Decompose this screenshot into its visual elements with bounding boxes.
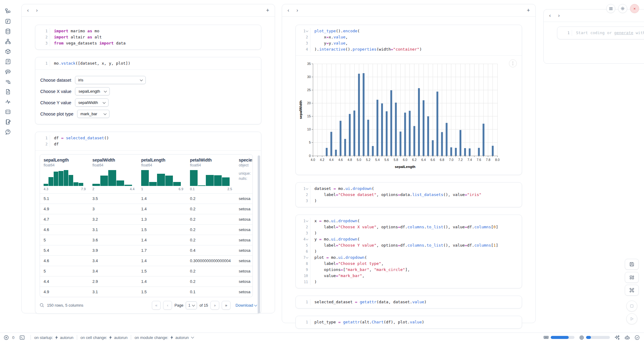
logs-icon[interactable] (5, 59, 11, 65)
code-editor[interactable]: 1x = mo.ui.dropdown(2 label="Choose X va… (296, 215, 522, 288)
table-row[interactable]: 4.42.91.40.2setosa (40, 276, 252, 287)
column-next-button[interactable]: › (296, 8, 298, 13)
stop-button[interactable] (626, 301, 637, 312)
column-header[interactable]: petalLengthfloat6416.9 (138, 158, 186, 191)
code-line[interactable]: 2df (35, 141, 257, 147)
chart-menu-button[interactable] (509, 59, 517, 67)
code-line[interactable]: 2 x=x.value, (296, 34, 517, 40)
terminal-icon[interactable] (20, 335, 25, 340)
page-select[interactable]: 1 (186, 301, 197, 309)
code-line[interactable]: 1selected_dataset = getattr(data, datase… (296, 299, 517, 305)
column-prev-button[interactable]: ‹ (288, 8, 289, 13)
ai-sparkle-icon[interactable] (614, 335, 620, 340)
table-row[interactable]: 53.61.40.2setosa (40, 235, 252, 245)
code-line[interactable]: 9 options=["mark_bar", "mark_circle"], (296, 267, 517, 273)
code-line[interactable]: 4).interactive().properties(width="conta… (296, 46, 517, 52)
code-line[interactable]: 3from vega_datasets import data (35, 40, 257, 46)
column-header[interactable]: speciesobjectunique:nulls: (235, 158, 252, 191)
code-line[interactable]: 1x = mo.ui.dropdown( (296, 218, 517, 224)
column-prev-button[interactable]: ‹ (549, 13, 551, 18)
code-editor[interactable]: 1selected_dataset = getattr(data, datase… (296, 296, 522, 308)
dropdown-select[interactable]: sepalWidth (75, 98, 109, 107)
table-row[interactable]: 4.63.11.50.2setosa (40, 224, 252, 235)
code-editor[interactable]: 1plot_type().encode(2 x=x.value,3 y=y.va… (296, 25, 522, 55)
table-row[interactable]: 4.63.41.40.30000000000000004setosa (40, 255, 252, 266)
code-line[interactable]: 1df = selected_dataset() (35, 135, 257, 141)
code-line[interactable]: 1plot_type().encode( (296, 28, 517, 34)
column-next-button[interactable]: › (558, 13, 560, 18)
variables-icon[interactable] (5, 18, 11, 24)
code-editor[interactable]: 1dataset = mo.ui.dropdown(2 label="Choos… (296, 183, 522, 207)
column-header[interactable]: petalWidthfloat640.12.5 (186, 158, 235, 191)
table-row[interactable]: 5.13.51.40.2setosa (40, 193, 252, 204)
search-icon[interactable] (40, 303, 44, 308)
copilot-robot-icon[interactable] (624, 335, 630, 340)
add-cell-button[interactable]: + (527, 8, 530, 13)
table-row[interactable]: 4.73.21.30.2setosa (40, 214, 252, 224)
errors-icon[interactable] (4, 335, 9, 340)
on-cell-change-mode[interactable]: on cell change: autorun (80, 335, 128, 340)
first-page-button[interactable]: « (152, 301, 161, 310)
column-next-button[interactable]: › (36, 8, 38, 13)
table-row[interactable]: 5.43.91.70.4setosa (40, 245, 252, 255)
dropdown-select[interactable]: iris (75, 76, 146, 84)
scratchpad-icon[interactable] (5, 119, 11, 125)
command-palette-button[interactable] (625, 285, 639, 296)
code-line[interactable]: 2 label="Choose X value", options=df.col… (296, 224, 517, 230)
code-line[interactable]: 7plot = mo.ui.dropdown( (296, 255, 517, 261)
on-startup-mode[interactable]: on startup: autorun (34, 335, 73, 340)
code-line[interactable]: 5 label="Choose Y value", options=df.col… (296, 242, 517, 248)
code-line[interactable]: 3) (296, 198, 517, 204)
documentation-icon[interactable] (5, 89, 11, 95)
settings-gear-button[interactable] (618, 4, 627, 13)
packages-icon[interactable] (5, 48, 11, 55)
snippets-icon[interactable] (5, 109, 11, 115)
cpu-usage-meter[interactable] (579, 335, 610, 340)
code-line[interactable]: 11) (296, 279, 517, 285)
code-line[interactable]: 4y = mo.ui.dropdown( (296, 236, 517, 242)
code-editor[interactable]: 1import marimo as mo2import altair as al… (35, 25, 261, 49)
code-line[interactable]: 10 value="mark_bar", (296, 273, 517, 279)
next-page-button[interactable]: › (210, 301, 219, 310)
code-line[interactable]: 3) (296, 230, 517, 236)
code-editor[interactable]: 1mo.vstack([dataset, x, y, plot]) (35, 57, 261, 69)
chart-output[interactable]: 4.04.24.44.64.85.05.25.45.65.86.06.26.46… (296, 55, 522, 175)
dependency-graph-icon[interactable] (5, 38, 11, 45)
code-line[interactable]: 1mo.vstack([dataset, x, y, plot]) (35, 60, 257, 66)
dropdown-select[interactable]: mark_bar (77, 110, 109, 118)
tracing-icon[interactable] (5, 99, 11, 105)
menu-button[interactable] (606, 4, 615, 13)
file-explorer-icon[interactable] (5, 8, 11, 14)
code-editor[interactable]: 1 Start coding or generate with AI (557, 27, 644, 39)
code-line[interactable]: 2 label="Choose dataset", options=data.l… (296, 192, 517, 198)
table-scrollbar[interactable] (258, 155, 260, 314)
code-line[interactable]: 6) (296, 248, 517, 255)
table-row[interactable]: 53.41.50.2setosa (40, 266, 252, 276)
column-header[interactable]: sepalWidthfloat6424.4 (89, 158, 138, 191)
table-row[interactable]: 4.931.40.2setosa (40, 204, 252, 214)
download-link[interactable]: Download (235, 303, 257, 308)
code-line[interactable]: 1plot_type = getattr(alt.Chart(df), plot… (296, 319, 517, 325)
column-header[interactable]: sepalLengthfloat644.37.9 (40, 158, 89, 191)
layout-grid-button[interactable] (625, 272, 639, 283)
code-line[interactable]: 3 y=y.value, (296, 40, 517, 46)
code-line[interactable]: 8 label="Choose plot type", (296, 261, 517, 267)
code-line[interactable]: 1import marimo as mo (35, 28, 257, 34)
connection-status-icon[interactable] (635, 335, 640, 340)
run-all-button[interactable] (626, 313, 637, 324)
generate-with-ai-link[interactable]: generate (614, 30, 633, 35)
datasources-icon[interactable] (5, 28, 11, 34)
last-page-button[interactable]: » (222, 301, 231, 310)
code-editor[interactable]: 1df = selected_dataset()2df (35, 132, 261, 150)
help-icon[interactable] (5, 129, 11, 135)
ram-usage-meter[interactable] (543, 335, 574, 340)
outline-search-icon[interactable] (5, 79, 11, 85)
table-row[interactable]: 4.93.11.50.1setosa (40, 287, 252, 297)
code-editor[interactable]: 1plot_type = getattr(alt.Chart(df), plot… (296, 316, 522, 328)
save-button[interactable] (625, 259, 639, 270)
prev-page-button[interactable]: ‹ (163, 301, 172, 310)
dropdown-select[interactable]: sepalLength (75, 87, 110, 95)
column-prev-button[interactable]: ‹ (27, 8, 29, 13)
code-line[interactable]: 2import altair as alt (35, 34, 257, 40)
close-button[interactable]: × (630, 4, 639, 13)
